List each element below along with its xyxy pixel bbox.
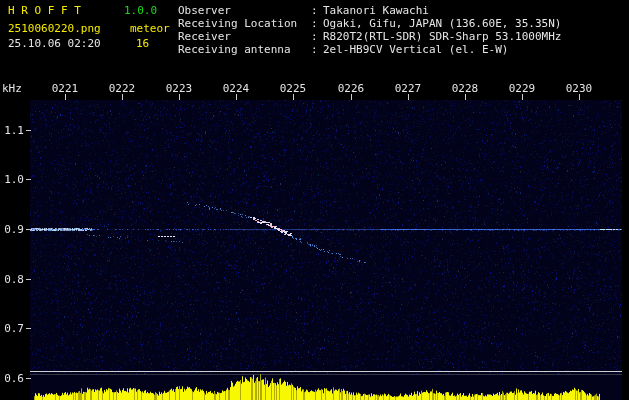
spectrogram-canvas (0, 0, 629, 400)
info-row-receiver: Receiver:R820T2(RTL-SDR) SDR-Sharp 53.10… (178, 30, 561, 43)
app-title: H R O F F T (8, 4, 81, 17)
station-info: Observer:Takanori Kawachi Receiving Loca… (178, 4, 561, 56)
info-value: R820T2(RTL-SDR) SDR-Sharp 53.1000MHz (323, 30, 561, 43)
info-colon: : (311, 30, 323, 43)
time-tick-label: 0226 (336, 82, 366, 95)
output-filename: 2510060220.png (8, 22, 101, 35)
info-row-observer: Observer:Takanori Kawachi (178, 4, 561, 17)
info-value: 2el-HB9CV Vertical (el. E-W) (323, 43, 508, 56)
time-tick-label: 0229 (507, 82, 537, 95)
time-tick-label: 0221 (50, 82, 80, 95)
freq-tick-label: 0.7 (2, 322, 24, 335)
info-value: Takanori Kawachi (323, 4, 429, 17)
time-tick-label: 0228 (450, 82, 480, 95)
app-version: 1.0.0 (124, 4, 157, 17)
y-axis-unit-label: kHz (2, 82, 22, 95)
time-tick-label: 0230 (564, 82, 594, 95)
info-label: Receiving antenna (178, 43, 311, 56)
freq-tick-label: 0.8 (2, 273, 24, 286)
info-label: Receiver (178, 30, 311, 43)
info-row-antenna: Receiving antenna:2el-HB9CV Vertical (el… (178, 43, 561, 56)
info-row-location: Receiving Location:Ogaki, Gifu, JAPAN (1… (178, 17, 561, 30)
freq-tick-label: 0.9 (2, 223, 24, 236)
hrofft-window: H R O F F T 1.0.0 2510060220.png meteor … (0, 0, 629, 400)
info-label: Receiving Location (178, 17, 311, 30)
time-tick-label: 0222 (107, 82, 137, 95)
info-label: Observer (178, 4, 311, 17)
freq-tick-label: 1.1 (2, 124, 24, 137)
info-colon: : (311, 43, 323, 56)
time-tick-label: 0224 (221, 82, 251, 95)
datetime-label: 25.10.06 02:20 (8, 37, 101, 50)
info-colon: : (311, 17, 323, 30)
time-tick-label: 0223 (164, 82, 194, 95)
mode-label: meteor (130, 22, 170, 35)
echo-count: 16 (136, 37, 149, 50)
info-value: Ogaki, Gifu, JAPAN (136.60E, 35.35N) (323, 17, 561, 30)
info-colon: : (311, 4, 323, 17)
time-tick-label: 0227 (393, 82, 423, 95)
freq-tick-label: 0.6 (2, 372, 24, 385)
time-tick-label: 0225 (278, 82, 308, 95)
freq-tick-label: 1.0 (2, 173, 24, 186)
